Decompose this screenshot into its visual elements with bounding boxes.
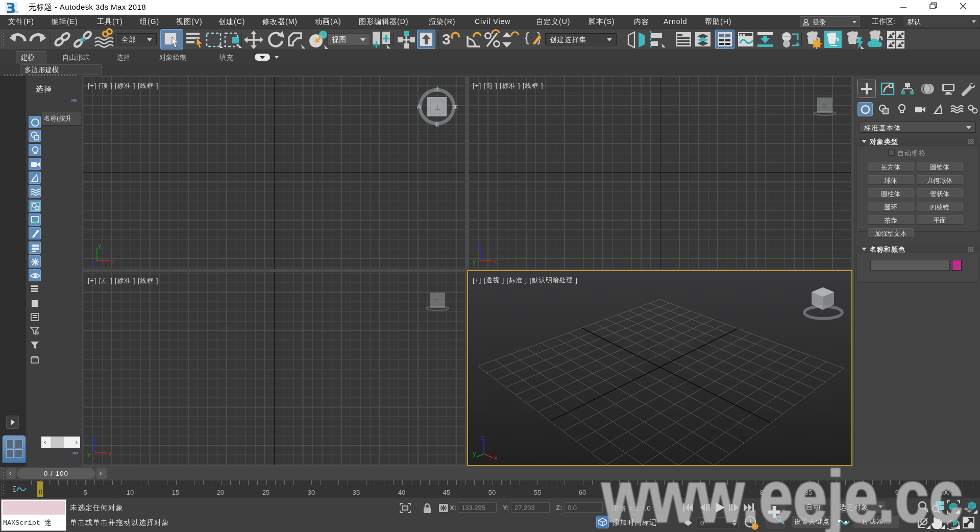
svg-text:东: 东 bbox=[453, 104, 458, 110]
svg-text:y: y bbox=[87, 450, 91, 457]
svg-text:z: z bbox=[481, 433, 484, 441]
svg-text:x: x bbox=[494, 257, 497, 265]
svg-text:北: 北 bbox=[434, 86, 440, 92]
svg-text:y: y bbox=[98, 241, 102, 249]
svg-text:MAX: MAX bbox=[12, 10, 19, 13]
svg-text:x: x bbox=[111, 257, 114, 265]
svg-text:y: y bbox=[473, 450, 476, 457]
svg-text:前: 前 bbox=[821, 103, 827, 109]
svg-text:y: y bbox=[473, 258, 476, 265]
svg-text:西: 西 bbox=[416, 104, 422, 110]
svg-text:南: 南 bbox=[434, 122, 439, 127]
svg-text:z: z bbox=[477, 241, 481, 249]
svg-text:z: z bbox=[92, 259, 95, 267]
svg-text:上: 上 bbox=[435, 104, 440, 110]
svg-text:x: x bbox=[494, 454, 498, 462]
svg-text:左: 左 bbox=[434, 298, 439, 304]
svg-text:x: x bbox=[108, 449, 112, 457]
svg-text:z: z bbox=[92, 433, 95, 441]
